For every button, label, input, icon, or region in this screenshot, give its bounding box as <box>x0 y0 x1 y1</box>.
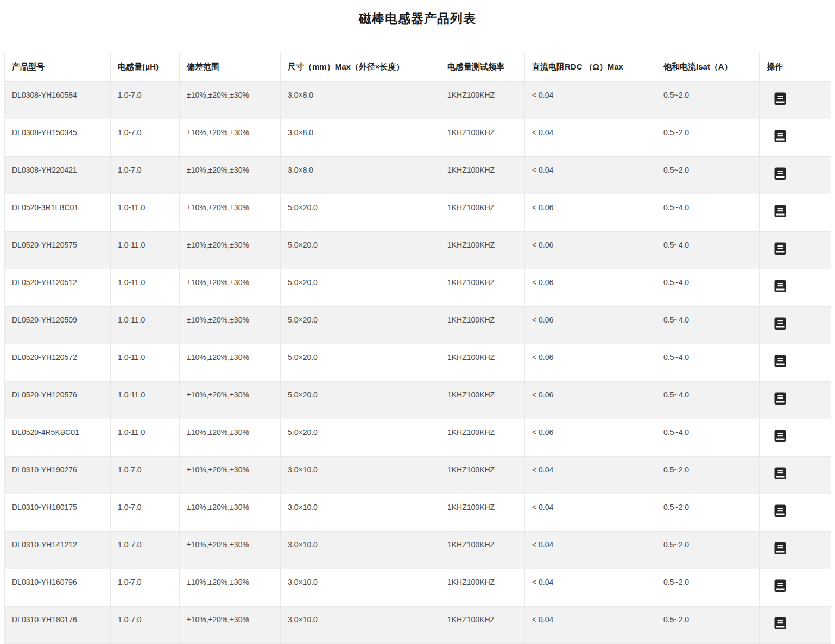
table-header-row: 产品型号 电感量(μH) 偏差范围 尺寸（mm）Max（外径×长度） 电感量测试… <box>5 52 831 82</box>
column-header-size: 尺寸（mm）Max（外径×长度） <box>281 52 440 82</box>
view-datasheet-button[interactable] <box>774 354 786 368</box>
table-row: DL0520-YH120576 1.0-11.0 ±10%,±20%,±30% … <box>5 382 831 419</box>
view-datasheet-button[interactable] <box>774 504 786 517</box>
cell-test-frequency: 1KHZ100KHZ <box>440 382 525 419</box>
cell-tolerance: ±10%,±20%,±30% <box>180 607 281 644</box>
cell-tolerance: ±10%,±20%,±30% <box>180 344 281 382</box>
cell-product-model: DL0520-YH120572 <box>5 344 111 382</box>
cell-size: 3.0×10.0 <box>281 494 440 532</box>
cell-test-frequency: 1KHZ100KHZ <box>440 194 525 232</box>
view-datasheet-button[interactable] <box>774 392 786 405</box>
cell-isat: 0.5~2.0 <box>656 457 760 494</box>
cell-tolerance: ±10%,±20%,±30% <box>180 457 281 494</box>
table-row: DL0310-YH160796 1.0-7.0 ±10%,±20%,±30% 3… <box>5 569 831 607</box>
cell-inductance: 1.0-11.0 <box>111 307 180 344</box>
table-row: DL0520-YH120575 1.0-11.0 ±10%,±20%,±30% … <box>5 232 831 269</box>
cell-inductance: 1.0-11.0 <box>111 232 180 269</box>
cell-size: 3.0×8.0 <box>281 119 440 157</box>
document-icon <box>774 129 786 143</box>
cell-inductance: 1.0-11.0 <box>111 419 180 457</box>
page: 磁棒电感器产品列表 产品型号 电感量(μH) 偏差范围 尺寸（mm）Max（外径… <box>0 0 835 644</box>
cell-action <box>760 307 831 344</box>
cell-action <box>760 494 831 532</box>
cell-rdc: < 0.06 <box>525 419 656 457</box>
table-row: DL0520-YH120512 1.0-11.0 ±10%,±20%,±30% … <box>5 269 831 307</box>
view-datasheet-button[interactable] <box>774 242 786 255</box>
column-header-action: 操作 <box>760 52 831 82</box>
cell-action <box>760 269 831 307</box>
document-icon <box>774 579 786 592</box>
cell-isat: 0.5~2.0 <box>656 607 760 644</box>
cell-product-model: DL0308-YH150345 <box>5 119 111 157</box>
cell-size: 5.0×20.0 <box>281 269 440 307</box>
view-datasheet-button[interactable] <box>774 466 786 480</box>
table-row: DL0520-YH120509 1.0-11.0 ±10%,±20%,±30% … <box>5 307 831 344</box>
table-row: DL0310-YH180175 1.0-7.0 ±10%,±20%,±30% 3… <box>5 494 831 532</box>
document-icon <box>774 392 786 405</box>
cell-product-model: DL0520-4R5KBC01 <box>5 419 111 457</box>
cell-rdc: < 0.06 <box>525 194 656 232</box>
view-datasheet-button[interactable] <box>774 429 786 443</box>
cell-tolerance: ±10%,±20%,±30% <box>180 569 281 607</box>
column-header-tolerance: 偏差范围 <box>180 52 281 82</box>
cell-isat: 0.5~2.0 <box>656 494 760 532</box>
cell-tolerance: ±10%,±20%,±30% <box>180 157 281 194</box>
view-datasheet-button[interactable] <box>774 167 786 180</box>
cell-inductance: 1.0-7.0 <box>111 607 180 644</box>
cell-size: 3.0×10.0 <box>281 569 440 607</box>
table-row: DL0308-YH220421 1.0-7.0 ±10%,±20%,±30% 3… <box>5 157 831 194</box>
table-row: DL0308-YH150345 1.0-7.0 ±10%,±20%,±30% 3… <box>5 119 831 157</box>
cell-size: 3.0×8.0 <box>281 82 440 119</box>
cell-inductance: 1.0-11.0 <box>111 382 180 419</box>
cell-product-model: DL0520-YH120509 <box>5 307 111 344</box>
view-datasheet-button[interactable] <box>774 204 786 218</box>
cell-tolerance: ±10%,±20%,±30% <box>180 307 281 344</box>
cell-isat: 0.5~2.0 <box>656 119 760 157</box>
document-icon <box>774 504 786 517</box>
cell-product-model: DL0520-YH120576 <box>5 382 111 419</box>
cell-test-frequency: 1KHZ100KHZ <box>440 457 525 494</box>
cell-product-model: DL0520-3R1LBC01 <box>5 194 111 232</box>
cell-inductance: 1.0-7.0 <box>111 82 180 119</box>
view-datasheet-button[interactable] <box>774 92 786 105</box>
cell-isat: 0.5~2.0 <box>656 157 760 194</box>
cell-test-frequency: 1KHZ100KHZ <box>440 232 525 269</box>
cell-action <box>760 157 831 194</box>
cell-product-model: DL0310-YH141212 <box>5 532 111 569</box>
cell-action <box>760 82 831 119</box>
cell-inductance: 1.0-7.0 <box>111 457 180 494</box>
cell-tolerance: ±10%,±20%,±30% <box>180 269 281 307</box>
cell-rdc: < 0.04 <box>525 457 656 494</box>
document-icon <box>774 354 786 368</box>
cell-isat: 0.5~4.0 <box>656 344 760 382</box>
product-table-container: 产品型号 电感量(μH) 偏差范围 尺寸（mm）Max（外径×长度） 电感量测试… <box>4 52 831 644</box>
view-datasheet-button[interactable] <box>774 579 786 592</box>
view-datasheet-button[interactable] <box>774 279 786 293</box>
cell-rdc: < 0.04 <box>525 157 656 194</box>
view-datasheet-button[interactable] <box>774 541 786 555</box>
document-icon <box>774 466 786 480</box>
table-row: DL0310-YH180176 1.0-7.0 ±10%,±20%,±30% 3… <box>5 607 831 644</box>
view-datasheet-button[interactable] <box>774 317 786 330</box>
cell-rdc: < 0.04 <box>525 119 656 157</box>
cell-isat: 0.5~4.0 <box>656 194 760 232</box>
cell-test-frequency: 1KHZ100KHZ <box>440 344 525 382</box>
cell-isat: 0.5~4.0 <box>656 269 760 307</box>
view-datasheet-button[interactable] <box>774 129 786 143</box>
cell-test-frequency: 1KHZ100KHZ <box>440 269 525 307</box>
cell-rdc: < 0.04 <box>525 607 656 644</box>
cell-product-model: DL0310-YH160796 <box>5 569 111 607</box>
cell-inductance: 1.0-7.0 <box>111 119 180 157</box>
view-datasheet-button[interactable] <box>774 616 786 630</box>
cell-isat: 0.5~2.0 <box>656 82 760 119</box>
cell-tolerance: ±10%,±20%,±30% <box>180 532 281 569</box>
cell-test-frequency: 1KHZ100KHZ <box>440 82 525 119</box>
table-row: DL0520-YH120572 1.0-11.0 ±10%,±20%,±30% … <box>5 344 831 382</box>
column-header-product-model: 产品型号 <box>5 52 111 82</box>
cell-product-model: DL0520-YH120575 <box>5 232 111 269</box>
cell-rdc: < 0.06 <box>525 269 656 307</box>
cell-tolerance: ±10%,±20%,±30% <box>180 194 281 232</box>
cell-size: 5.0×20.0 <box>281 194 440 232</box>
cell-test-frequency: 1KHZ100KHZ <box>440 307 525 344</box>
cell-rdc: < 0.04 <box>525 82 656 119</box>
